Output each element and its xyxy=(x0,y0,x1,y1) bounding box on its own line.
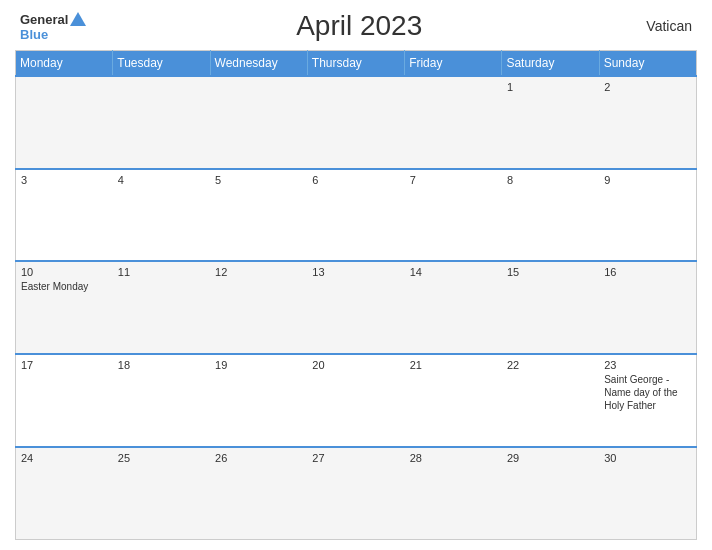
table-row xyxy=(113,76,210,169)
day-number: 18 xyxy=(118,359,205,371)
calendar-week-row: 10Easter Monday111213141516 xyxy=(16,261,697,354)
day-number: 26 xyxy=(215,452,302,464)
calendar-week-row: 3456789 xyxy=(16,169,697,262)
table-row: 7 xyxy=(405,169,502,262)
day-number: 5 xyxy=(215,174,302,186)
col-sunday: Sunday xyxy=(599,51,696,77)
calendar-page: General Blue April 2023 Vatican Monday T… xyxy=(0,0,712,550)
day-number: 21 xyxy=(410,359,497,371)
table-row xyxy=(307,76,404,169)
table-row: 13 xyxy=(307,261,404,354)
table-row: 24 xyxy=(16,447,113,540)
table-row: 26 xyxy=(210,447,307,540)
day-number: 11 xyxy=(118,266,205,278)
calendar-header-row: Monday Tuesday Wednesday Thursday Friday… xyxy=(16,51,697,77)
table-row: 6 xyxy=(307,169,404,262)
table-row: 21 xyxy=(405,354,502,447)
day-number: 25 xyxy=(118,452,205,464)
table-row: 22 xyxy=(502,354,599,447)
table-row: 5 xyxy=(210,169,307,262)
table-row xyxy=(405,76,502,169)
holiday-label: Saint George - Name day of the Holy Fath… xyxy=(604,373,691,412)
country-label: Vatican xyxy=(632,18,692,34)
table-row: 3 xyxy=(16,169,113,262)
day-number: 17 xyxy=(21,359,108,371)
day-number: 24 xyxy=(21,452,108,464)
day-number: 6 xyxy=(312,174,399,186)
day-number: 4 xyxy=(118,174,205,186)
table-row: 18 xyxy=(113,354,210,447)
table-row: 20 xyxy=(307,354,404,447)
table-row: 19 xyxy=(210,354,307,447)
table-row: 9 xyxy=(599,169,696,262)
col-thursday: Thursday xyxy=(307,51,404,77)
day-number: 15 xyxy=(507,266,594,278)
table-row: 4 xyxy=(113,169,210,262)
table-row xyxy=(210,76,307,169)
table-row: 1 xyxy=(502,76,599,169)
table-row: 30 xyxy=(599,447,696,540)
calendar-week-row: 24252627282930 xyxy=(16,447,697,540)
holiday-label: Easter Monday xyxy=(21,280,108,293)
day-number: 9 xyxy=(604,174,691,186)
day-number: 22 xyxy=(507,359,594,371)
day-number: 13 xyxy=(312,266,399,278)
col-saturday: Saturday xyxy=(502,51,599,77)
col-monday: Monday xyxy=(16,51,113,77)
day-number: 23 xyxy=(604,359,691,371)
day-number: 8 xyxy=(507,174,594,186)
table-row: 29 xyxy=(502,447,599,540)
col-tuesday: Tuesday xyxy=(113,51,210,77)
calendar-table: Monday Tuesday Wednesday Thursday Friday… xyxy=(15,50,697,540)
calendar-title: April 2023 xyxy=(86,10,632,42)
calendar-week-row: 17181920212223Saint George - Name day of… xyxy=(16,354,697,447)
table-row xyxy=(16,76,113,169)
logo-blue: Blue xyxy=(20,28,48,41)
day-number: 7 xyxy=(410,174,497,186)
day-number: 29 xyxy=(507,452,594,464)
day-number: 12 xyxy=(215,266,302,278)
day-number: 19 xyxy=(215,359,302,371)
day-number: 2 xyxy=(604,81,691,93)
day-number: 16 xyxy=(604,266,691,278)
table-row: 15 xyxy=(502,261,599,354)
table-row: 12 xyxy=(210,261,307,354)
header: General Blue April 2023 Vatican xyxy=(15,10,697,42)
calendar-week-row: 12 xyxy=(16,76,697,169)
table-row: 16 xyxy=(599,261,696,354)
table-row: 8 xyxy=(502,169,599,262)
col-wednesday: Wednesday xyxy=(210,51,307,77)
table-row: 23Saint George - Name day of the Holy Fa… xyxy=(599,354,696,447)
day-number: 14 xyxy=(410,266,497,278)
logo: General Blue xyxy=(20,12,86,41)
table-row: 10Easter Monday xyxy=(16,261,113,354)
day-number: 30 xyxy=(604,452,691,464)
table-row: 27 xyxy=(307,447,404,540)
table-row: 2 xyxy=(599,76,696,169)
logo-general: General xyxy=(20,13,68,26)
table-row: 28 xyxy=(405,447,502,540)
day-number: 1 xyxy=(507,81,594,93)
day-number: 3 xyxy=(21,174,108,186)
day-number: 20 xyxy=(312,359,399,371)
day-number: 10 xyxy=(21,266,108,278)
table-row: 14 xyxy=(405,261,502,354)
table-row: 11 xyxy=(113,261,210,354)
logo-triangle-icon xyxy=(70,12,86,26)
day-number: 27 xyxy=(312,452,399,464)
table-row: 25 xyxy=(113,447,210,540)
table-row: 17 xyxy=(16,354,113,447)
day-number: 28 xyxy=(410,452,497,464)
col-friday: Friday xyxy=(405,51,502,77)
